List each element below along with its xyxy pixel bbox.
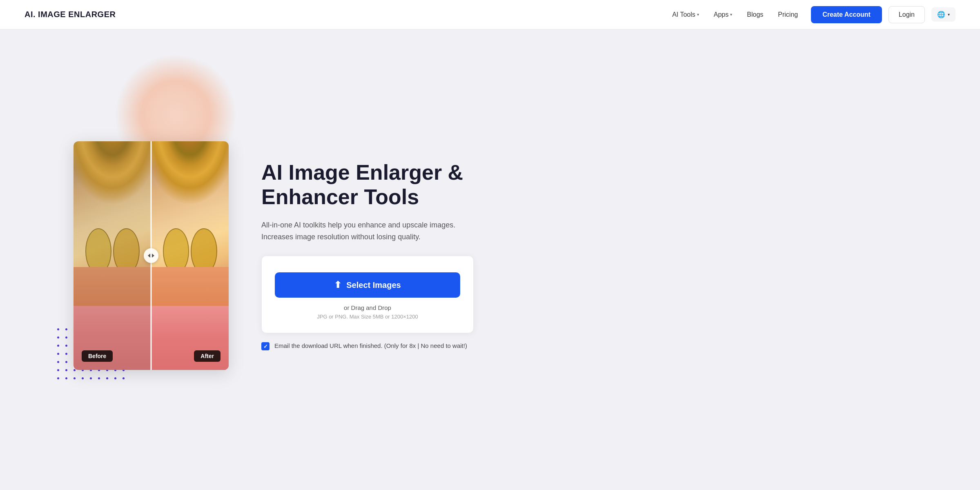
hero-title: AI Image Enlarger & Enhancer Tools <box>261 160 474 209</box>
compare-handle[interactable] <box>144 248 158 263</box>
photo-after <box>151 141 229 370</box>
nav-logo[interactable]: AI. IMAGE ENLARGER <box>24 10 116 19</box>
dot <box>65 377 67 379</box>
dot <box>74 377 76 379</box>
dot <box>114 377 116 379</box>
email-notice-row: Email the download URL when finished. (O… <box>261 341 474 351</box>
nav-blogs[interactable]: Blogs <box>747 11 763 18</box>
dot <box>106 377 108 379</box>
file-info-text: JPG or PNG. Max Size 5MB or 1200×1200 <box>275 314 460 320</box>
upload-icon: ⬆ <box>334 280 341 290</box>
email-checkbox[interactable] <box>261 342 270 350</box>
navbar: AI. IMAGE ENLARGER AI Tools ▾ Apps ▾ Blo… <box>0 0 980 29</box>
chevron-down-icon: ▾ <box>948 12 950 17</box>
dot <box>57 369 59 371</box>
dot <box>90 377 92 379</box>
before-label: Before <box>82 350 113 362</box>
image-compare: Before After <box>74 141 229 370</box>
nav-pricing[interactable]: Pricing <box>778 11 798 18</box>
arrow-right-icon <box>152 254 154 258</box>
dot <box>122 377 125 379</box>
create-account-button[interactable]: Create Account <box>811 6 882 23</box>
nav-links: AI Tools ▾ Apps ▾ Blogs Pricing <box>672 11 798 18</box>
email-notice-text: Email the download URL when finished. (O… <box>274 341 467 351</box>
dot <box>57 345 59 347</box>
globe-icon: 🌐 <box>937 11 945 18</box>
hero-section: Before After // Will be populated by JS … <box>0 29 980 490</box>
after-label: After <box>194 350 220 362</box>
chevron-down-icon: ▾ <box>730 12 732 17</box>
dot <box>57 361 59 363</box>
arrow-left-icon <box>148 254 150 258</box>
dot <box>65 369 67 371</box>
photo-before <box>74 141 151 370</box>
dot <box>98 377 100 379</box>
hero-subtitle: All-in-one AI toolkits help you enhance … <box>261 219 474 243</box>
nav-apps[interactable]: Apps ▾ <box>714 11 732 18</box>
dot <box>65 336 67 339</box>
nav-ai-tools[interactable]: AI Tools ▾ <box>672 11 699 18</box>
dot <box>57 377 59 379</box>
compare-handle-inner <box>148 254 154 258</box>
language-selector[interactable]: 🌐 ▾ <box>931 7 956 22</box>
dot <box>57 336 59 339</box>
dot <box>65 328 67 330</box>
dot <box>65 353 67 355</box>
dot <box>65 361 67 363</box>
drag-drop-text: or Drag and Drop <box>275 304 460 311</box>
login-button[interactable]: Login <box>889 6 925 23</box>
dot <box>57 328 59 330</box>
hero-content: AI Image Enlarger & Enhancer Tools All-i… <box>261 160 474 351</box>
select-images-button[interactable]: ⬆ Select Images <box>275 272 460 298</box>
chevron-down-icon: ▾ <box>697 12 699 17</box>
image-compare-wrapper: Before After // Will be populated by JS … <box>74 141 229 370</box>
upload-box: ⬆ Select Images or Drag and Drop JPG or … <box>261 256 474 333</box>
dot <box>57 353 59 355</box>
dot <box>82 377 84 379</box>
dot <box>65 345 67 347</box>
